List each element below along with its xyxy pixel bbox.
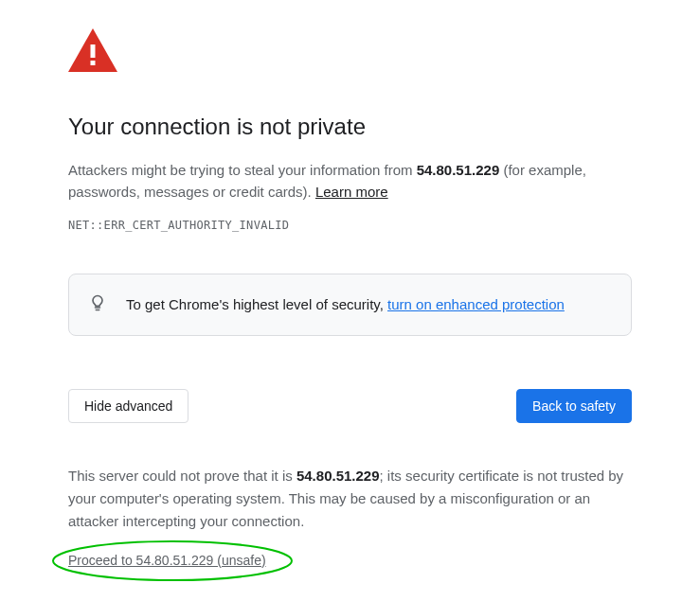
page-title: Your connection is not private (68, 114, 632, 140)
svg-rect-1 (91, 44, 96, 58)
hide-advanced-button[interactable]: Hide advanced (68, 389, 188, 423)
warning-icon (68, 28, 632, 76)
advanced-host: 54.80.51.229 (296, 468, 380, 484)
warning-body-prefix: Attackers might be trying to steal your … (68, 162, 417, 178)
enhanced-protection-banner: To get Chrome's highest level of securit… (68, 274, 632, 336)
advanced-prefix: This server could not prove that it is (68, 468, 296, 484)
svg-rect-2 (91, 61, 96, 65)
button-row: Hide advanced Back to safety (68, 389, 632, 423)
advanced-explanation: This server could not prove that it is 5… (68, 465, 632, 533)
back-to-safety-button[interactable]: Back to safety (516, 389, 632, 423)
suggestion-text: To get Chrome's highest level of securit… (126, 296, 565, 312)
enhanced-protection-link[interactable]: turn on enhanced protection (387, 296, 565, 312)
lightbulb-icon (88, 293, 107, 316)
proceed-unsafe-link[interactable]: Proceed to 54.80.51.229 (unsafe) (68, 553, 266, 568)
warning-body: Attackers might be trying to steal your … (68, 159, 632, 203)
suggestion-prefix: To get Chrome's highest level of securit… (126, 296, 387, 312)
error-code: NET::ERR_CERT_AUTHORITY_INVALID (68, 219, 632, 232)
learn-more-link[interactable]: Learn more (315, 184, 388, 200)
warning-body-host: 54.80.51.229 (417, 162, 500, 178)
